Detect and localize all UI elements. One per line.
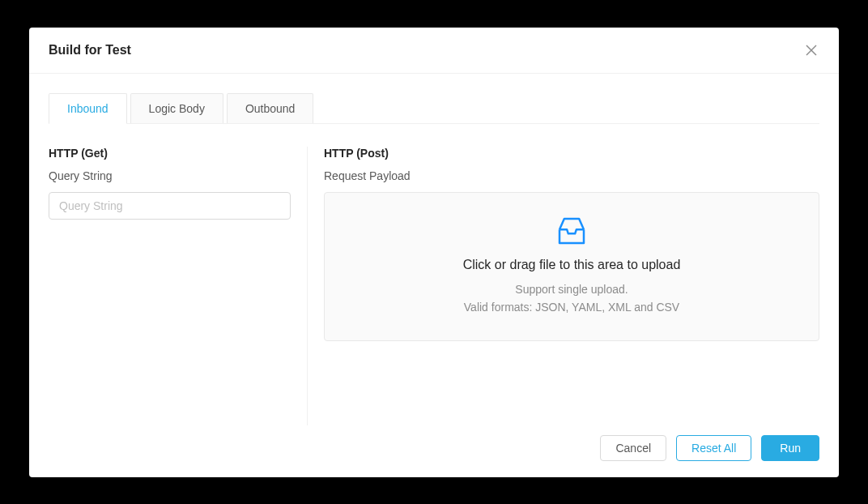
- modal-footer: Cancel Reset All Run: [29, 425, 839, 477]
- content-row: HTTP (Get) Query String HTTP (Post) Requ…: [49, 124, 819, 425]
- build-for-test-modal: Build for Test Inbound Logic Body Outbou…: [29, 28, 839, 477]
- close-icon: [806, 45, 817, 56]
- http-post-title: HTTP (Post): [324, 147, 819, 160]
- upload-dropzone[interactable]: Click or drag file to this area to uploa…: [324, 192, 819, 342]
- http-post-panel: HTTP (Post) Request Payload Click or dra…: [308, 147, 819, 425]
- tabs: Inbound Logic Body Outbound: [49, 93, 819, 124]
- cancel-button[interactable]: Cancel: [600, 435, 666, 461]
- query-string-label: Query String: [49, 169, 291, 182]
- http-get-title: HTTP (Get): [49, 147, 291, 160]
- run-button[interactable]: Run: [761, 435, 819, 461]
- upload-hint-2: Valid formats: JSON, YAML, XML and CSV: [341, 298, 802, 316]
- tab-inbound[interactable]: Inbound: [49, 93, 127, 124]
- upload-hint-1: Support single upload.: [341, 280, 802, 298]
- modal-header: Build for Test: [29, 28, 839, 74]
- tab-logic-body[interactable]: Logic Body: [130, 93, 223, 123]
- modal-body: Inbound Logic Body Outbound HTTP (Get) Q…: [29, 74, 839, 425]
- reset-all-button[interactable]: Reset All: [676, 435, 751, 461]
- tab-outbound[interactable]: Outbound: [227, 93, 314, 123]
- upload-title: Click or drag file to this area to uploa…: [341, 258, 802, 272]
- close-button[interactable]: [803, 42, 819, 58]
- modal-title: Build for Test: [49, 43, 131, 58]
- http-get-panel: HTTP (Get) Query String: [49, 147, 308, 425]
- inbox-icon: [555, 216, 588, 246]
- query-string-input[interactable]: [49, 192, 291, 220]
- request-payload-label: Request Payload: [324, 169, 819, 182]
